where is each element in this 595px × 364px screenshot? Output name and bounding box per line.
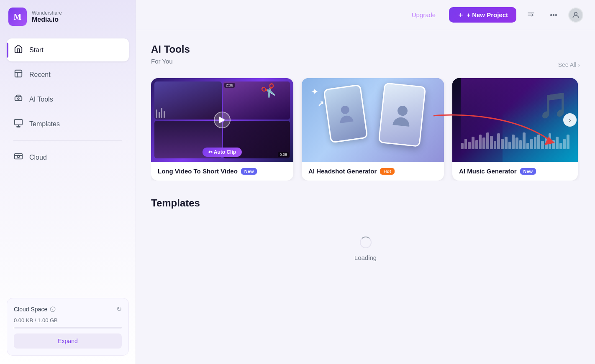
svg-rect-0 bbox=[15, 70, 22, 77]
portrait-card-front bbox=[378, 82, 426, 147]
logo-area: m Wondershare Media.io bbox=[0, 0, 136, 35]
tool-card-1-image: 2:36 0:08 bbox=[151, 78, 293, 162]
user-avatar-button[interactable] bbox=[568, 8, 583, 23]
tool-card-2-image: ✦ ↗ bbox=[302, 78, 444, 162]
ai-tools-section: AI Tools For You See All › bbox=[151, 43, 580, 181]
cloud-usage-text: 0.00 KB / 1.00 GB bbox=[14, 317, 122, 323]
ai-tools-cards-wrapper: 2:36 0:08 bbox=[151, 78, 580, 181]
tool-card-2-label: AI Headshot Generator Hot bbox=[302, 162, 444, 181]
sidebar-item-cloud[interactable]: Cloud bbox=[7, 146, 129, 169]
svg-rect-5 bbox=[15, 120, 22, 125]
app-logo-icon: m bbox=[8, 8, 27, 26]
logo-text: Wondershare Media.io bbox=[32, 10, 62, 23]
loading-area: Loading bbox=[151, 211, 580, 286]
cloud-progress-bar-bg bbox=[14, 327, 122, 328]
sidebar-item-ai-tools[interactable]: AI Tools bbox=[7, 88, 129, 111]
main-content: Upgrade + New Project AI Tools For You S… bbox=[136, 0, 595, 364]
tool-card-3-image: 🎵 bbox=[452, 78, 578, 162]
tool-card-1-label: Long Video To Short Video New bbox=[151, 162, 293, 181]
svg-point-4 bbox=[18, 98, 19, 99]
svg-point-21 bbox=[340, 105, 350, 115]
new-project-label: + New Project bbox=[467, 11, 508, 18]
sidebar-item-cloud-label: Cloud bbox=[29, 154, 47, 161]
cloud-space-header: Cloud Space ↻ bbox=[14, 305, 122, 313]
ai-tools-cards-row: 2:36 0:08 bbox=[151, 78, 580, 181]
ai-tools-icon bbox=[13, 94, 23, 105]
sidebar-item-recent-label: Recent bbox=[29, 71, 51, 79]
templates-icon bbox=[13, 118, 23, 130]
new-badge: New bbox=[241, 168, 257, 175]
brand-top: Wondershare bbox=[32, 10, 62, 16]
nav-divider bbox=[13, 140, 122, 141]
svg-rect-3 bbox=[15, 97, 22, 100]
sidebar-item-start[interactable]: Start bbox=[7, 38, 129, 61]
tool-card-3-label: AI Music Generator New bbox=[452, 162, 578, 181]
tool-card-music[interactable]: 🎵 AI Music Generator New bbox=[452, 78, 578, 181]
recent-icon bbox=[13, 69, 23, 80]
svg-point-16 bbox=[553, 14, 554, 15]
sidebar-item-templates[interactable]: Templates bbox=[7, 112, 129, 135]
tool-card-headshot[interactable]: ✦ ↗ AI Headshot Generator Hot bbox=[302, 78, 444, 181]
new-badge-music: New bbox=[520, 168, 536, 175]
ai-tools-title: AI Tools bbox=[151, 43, 580, 55]
upgrade-button[interactable]: Upgrade bbox=[405, 8, 443, 22]
expand-button[interactable]: Expand bbox=[14, 333, 122, 349]
cloud-icon bbox=[13, 152, 23, 163]
sidebar-item-templates-label: Templates bbox=[29, 120, 60, 128]
portrait-card-back bbox=[323, 84, 368, 143]
arrow-curve-icon: ↗ bbox=[318, 99, 324, 108]
play-icon bbox=[214, 112, 231, 128]
svg-point-18 bbox=[574, 12, 577, 15]
sidebar: m Wondershare Media.io Start Recent AI T… bbox=[0, 0, 136, 364]
see-all-link[interactable]: See All › bbox=[558, 61, 580, 68]
cloud-space-title: Cloud Space bbox=[14, 306, 56, 313]
hot-badge: Hot bbox=[380, 168, 394, 175]
brand-name: Media.io bbox=[32, 16, 62, 23]
templates-title: Templates bbox=[151, 197, 580, 209]
tool-card-long-to-short[interactable]: 2:36 0:08 bbox=[151, 78, 293, 181]
topbar: Upgrade + New Project bbox=[136, 0, 595, 30]
sidebar-nav: Start Recent AI Tools Templates Cl bbox=[0, 35, 136, 293]
more-options-button[interactable] bbox=[546, 7, 562, 23]
sidebar-item-recent[interactable]: Recent bbox=[7, 63, 129, 86]
ai-tools-header-row: For You See All › bbox=[151, 58, 580, 71]
home-icon bbox=[13, 44, 23, 56]
cloud-space-panel: Cloud Space ↻ 0.00 KB / 1.00 GB Expand bbox=[7, 298, 129, 356]
sort-icon-button[interactable] bbox=[523, 7, 539, 23]
templates-section: Templates Loading bbox=[151, 197, 580, 286]
sidebar-item-ai-tools-label: AI Tools bbox=[29, 96, 53, 103]
svg-rect-8 bbox=[15, 154, 22, 159]
ai-tools-subtitle: For You bbox=[151, 58, 173, 65]
svg-point-17 bbox=[556, 14, 557, 15]
sidebar-item-start-label: Start bbox=[29, 46, 44, 54]
svg-point-22 bbox=[397, 105, 408, 116]
music-container: 🎵 bbox=[452, 78, 578, 162]
autoclip-badge: ✂ Auto Clip bbox=[203, 148, 242, 157]
content-area: AI Tools For You See All › bbox=[136, 30, 595, 364]
loading-spinner bbox=[360, 237, 372, 248]
loading-text: Loading bbox=[354, 254, 377, 261]
waveform bbox=[461, 132, 569, 149]
svg-point-15 bbox=[551, 14, 552, 15]
new-project-button[interactable]: + New Project bbox=[449, 7, 516, 23]
svg-marker-20 bbox=[219, 117, 225, 123]
cards-next-button[interactable]: › bbox=[563, 113, 577, 127]
refresh-icon[interactable]: ↻ bbox=[116, 305, 122, 313]
sparkle-icon: ✦ bbox=[311, 87, 318, 97]
